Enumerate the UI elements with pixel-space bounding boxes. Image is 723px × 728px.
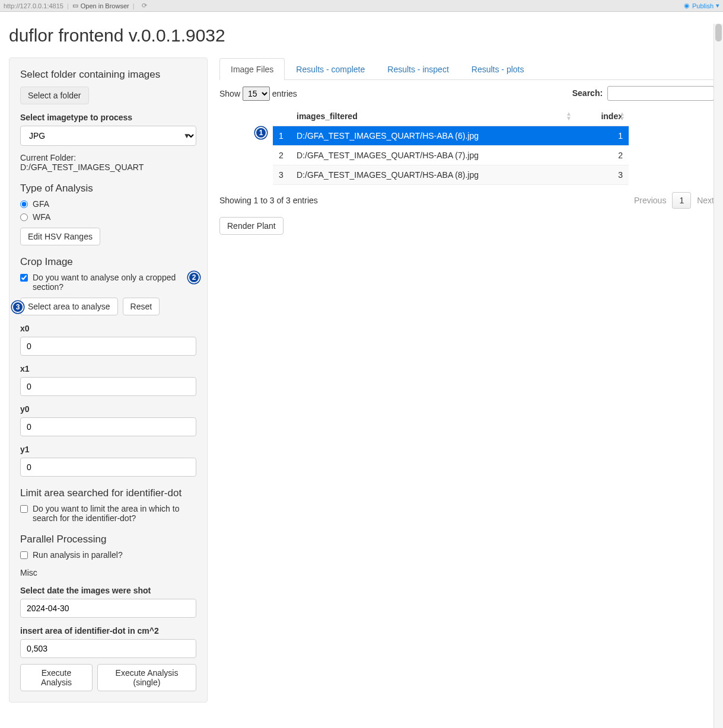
parallel-head: Parallel Processing [20, 534, 196, 545]
images-table: images_filtered ▲▼ index ▲▼ 1 D [273, 107, 629, 185]
table-header-index[interactable]: index ▲▼ [575, 107, 629, 126]
select-area-button[interactable]: Select area to analyse [20, 298, 118, 315]
execute-analysis-single-button[interactable]: Execute Analysis (single) [97, 664, 196, 691]
limit-head: Limit area searched for identifier-dot [20, 487, 196, 499]
browser-toolbar: http://127.0.0.1:4815 | ▭ Open in Browse… [0, 0, 723, 12]
imagetype-select[interactable]: JPG [20, 126, 196, 146]
area-input[interactable] [20, 639, 196, 658]
app-title: duflor frontend v.0.0.1.9032 [9, 25, 714, 46]
edit-hsv-button[interactable]: Edit HSV Ranges [20, 228, 100, 245]
window-icon: ▭ [72, 2, 78, 9]
sort-icon: ▲▼ [566, 111, 572, 121]
folder-section-head: Select folder containing images [20, 69, 196, 81]
table-header-rownum[interactable] [273, 107, 291, 126]
limit-checkbox[interactable] [20, 505, 28, 513]
current-folder-label: Current Folder: [20, 153, 196, 162]
table-info: Showing 1 to 3 of 3 entries [219, 196, 318, 205]
next-button[interactable]: Next [697, 196, 714, 205]
select-folder-button[interactable]: Select a folder [20, 87, 89, 104]
scrollbar-thumb[interactable] [715, 24, 722, 41]
wfa-radio[interactable] [20, 213, 28, 221]
entries-label: entries [272, 89, 297, 98]
page-1-button[interactable]: 1 [672, 192, 691, 209]
x0-input[interactable] [20, 337, 196, 356]
entries-select[interactable]: 15 [243, 87, 270, 101]
publish-icon: ◉ [684, 2, 690, 9]
annotation-1: 1 [255, 127, 267, 139]
current-folder-value: D:/GFA_TEST_IMAGES_QUART [20, 162, 196, 172]
y0-label: y0 [20, 404, 196, 414]
reload-icon[interactable]: ⟳ [142, 2, 147, 9]
x1-label: x1 [20, 364, 196, 373]
chevron-down-icon: ▾ [716, 2, 719, 9]
gfa-radio[interactable] [20, 200, 28, 208]
table-header-images[interactable]: images_filtered ▲▼ [291, 107, 575, 126]
tab-results-plots[interactable]: Results - plots [460, 58, 536, 80]
imagetype-label: Select imagetype to process [20, 113, 196, 122]
date-input[interactable] [20, 599, 196, 618]
table-row[interactable]: 3 D:/GFA_TEST_IMAGES_QUART/HS-ABA (8).jp… [273, 165, 629, 185]
tabset: Image Files Results - complete Results -… [219, 58, 714, 80]
x0-label: x0 [20, 324, 196, 333]
y1-input[interactable] [20, 458, 196, 477]
show-label: Show [219, 89, 240, 98]
gfa-radio-label: GFA [33, 199, 49, 209]
table-row[interactable]: 1 D:/GFA_TEST_IMAGES_QUART/HS-ABA (6).jp… [273, 126, 629, 146]
sort-icon: ▲▼ [619, 111, 625, 121]
execute-analysis-button[interactable]: Execute Analysis [20, 664, 93, 691]
url-display: http://127.0.0.1:4815 [4, 2, 63, 9]
pagination: Previous 1 Next [634, 192, 714, 209]
analysis-type-head: Type of Analysis [20, 183, 196, 194]
wfa-radio-label: WFA [33, 212, 50, 222]
vertical-scrollbar[interactable] [714, 24, 723, 728]
x1-input[interactable] [20, 377, 196, 396]
tab-results-inspect[interactable]: Results - inspect [376, 58, 460, 80]
y1-label: y1 [20, 445, 196, 454]
tab-results-complete[interactable]: Results - complete [285, 58, 376, 80]
parallel-checkbox-label: Run analysis in parallel? [33, 550, 196, 560]
publish-label: Publish [692, 2, 714, 9]
crop-checkbox-label: Do you want to analyse only a cropped se… [33, 273, 196, 292]
area-label: insert area of identifier-dot in cm^2 [20, 626, 196, 636]
crop-checkbox[interactable] [20, 274, 28, 282]
limit-checkbox-label: Do you want to limit the area in which t… [33, 504, 196, 523]
prev-button[interactable]: Previous [634, 196, 666, 205]
open-in-browser-label: Open in Browser [81, 2, 129, 9]
publish-button[interactable]: ◉ Publish ▾ [684, 2, 719, 9]
search-input[interactable] [607, 86, 714, 101]
open-in-browser-button[interactable]: ▭ Open in Browser [72, 2, 129, 9]
table-row[interactable]: 2 D:/GFA_TEST_IMAGES_QUART/HS-ABA (7).jp… [273, 146, 629, 165]
settings-sidebar: Select folder containing images Select a… [9, 58, 208, 703]
misc-head: Misc [20, 568, 196, 577]
parallel-checkbox[interactable] [20, 551, 28, 559]
y0-input[interactable] [20, 417, 196, 436]
reset-button[interactable]: Reset [123, 298, 160, 315]
render-plant-button[interactable]: Render Plant [219, 217, 284, 235]
crop-head: Crop Image [20, 256, 196, 268]
tab-image-files[interactable]: Image Files [219, 58, 285, 80]
search-label: Search: [572, 88, 603, 98]
date-label: Select date the images were shot [20, 586, 196, 595]
main-panel: Image Files Results - complete Results -… [219, 58, 714, 235]
